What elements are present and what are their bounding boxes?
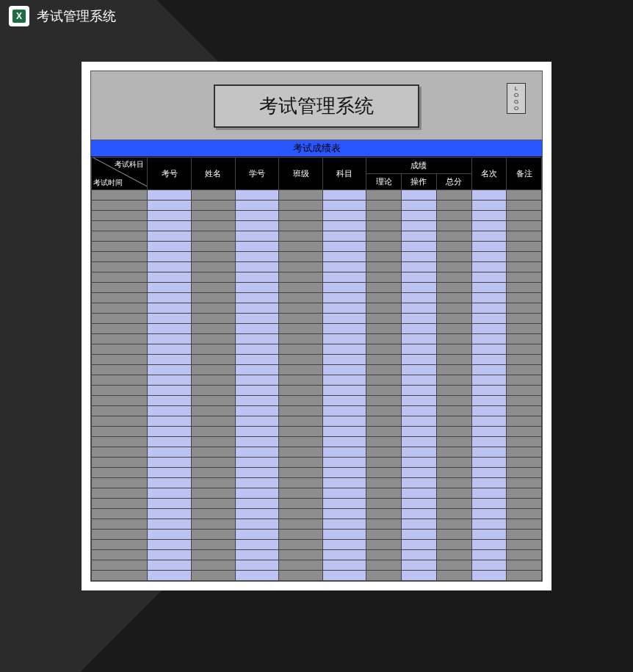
table-cell[interactable]	[148, 396, 192, 406]
table-cell[interactable]	[235, 396, 279, 406]
table-cell[interactable]	[322, 303, 366, 314]
table-cell[interactable]	[471, 344, 507, 355]
table-cell[interactable]	[191, 242, 235, 252]
table-cell[interactable]	[279, 406, 323, 416]
table-cell[interactable]	[402, 560, 437, 571]
table-cell[interactable]	[92, 190, 148, 200]
table-cell[interactable]	[471, 365, 507, 375]
table-cell[interactable]	[235, 334, 279, 344]
table-cell[interactable]	[148, 324, 192, 334]
table-cell[interactable]	[148, 437, 192, 447]
table-cell[interactable]	[235, 293, 279, 303]
table-cell[interactable]	[92, 396, 148, 406]
table-cell[interactable]	[471, 231, 507, 242]
table-cell[interactable]	[235, 211, 279, 221]
table-cell[interactable]	[471, 190, 507, 200]
table-cell[interactable]	[436, 488, 471, 499]
table-cell[interactable]	[366, 386, 402, 396]
table-cell[interactable]	[322, 550, 366, 560]
table-cell[interactable]	[322, 488, 366, 499]
table-cell[interactable]	[235, 314, 279, 324]
table-cell[interactable]	[507, 272, 542, 283]
table-cell[interactable]	[92, 200, 148, 211]
table-cell[interactable]	[322, 396, 366, 406]
table-cell[interactable]	[471, 252, 507, 262]
table-cell[interactable]	[436, 499, 471, 509]
table-cell[interactable]	[471, 571, 507, 581]
table-cell[interactable]	[436, 211, 471, 221]
table-cell[interactable]	[507, 468, 542, 478]
table-cell[interactable]	[436, 231, 471, 242]
table-cell[interactable]	[279, 499, 323, 509]
table-cell[interactable]	[507, 334, 542, 344]
table-cell[interactable]	[471, 550, 507, 560]
table-cell[interactable]	[402, 550, 437, 560]
table-cell[interactable]	[279, 262, 323, 272]
table-cell[interactable]	[148, 550, 192, 560]
table-cell[interactable]	[92, 427, 148, 437]
table-cell[interactable]	[235, 560, 279, 571]
table-cell[interactable]	[366, 211, 402, 221]
table-cell[interactable]	[322, 427, 366, 437]
table-cell[interactable]	[322, 211, 366, 221]
table-cell[interactable]	[322, 293, 366, 303]
table-cell[interactable]	[322, 314, 366, 324]
table-cell[interactable]	[471, 272, 507, 283]
table-cell[interactable]	[322, 344, 366, 355]
table-cell[interactable]	[191, 530, 235, 540]
table-cell[interactable]	[366, 344, 402, 355]
table-cell[interactable]	[322, 252, 366, 262]
table-cell[interactable]	[92, 365, 148, 375]
table-cell[interactable]	[191, 262, 235, 272]
table-cell[interactable]	[507, 221, 542, 231]
table-cell[interactable]	[235, 509, 279, 519]
table-cell[interactable]	[402, 437, 437, 447]
table-cell[interactable]	[471, 447, 507, 458]
table-cell[interactable]	[402, 231, 437, 242]
table-cell[interactable]	[507, 190, 542, 200]
table-cell[interactable]	[279, 242, 323, 252]
table-cell[interactable]	[436, 324, 471, 334]
table-cell[interactable]	[279, 334, 323, 344]
table-cell[interactable]	[471, 221, 507, 231]
table-cell[interactable]	[191, 375, 235, 386]
table-cell[interactable]	[148, 488, 192, 499]
table-cell[interactable]	[507, 437, 542, 447]
table-cell[interactable]	[235, 437, 279, 447]
table-cell[interactable]	[507, 488, 542, 499]
table-cell[interactable]	[279, 365, 323, 375]
table-cell[interactable]	[279, 560, 323, 571]
table-cell[interactable]	[402, 314, 437, 324]
table-cell[interactable]	[507, 530, 542, 540]
table-cell[interactable]	[471, 540, 507, 550]
table-cell[interactable]	[402, 427, 437, 437]
table-cell[interactable]	[191, 200, 235, 211]
table-cell[interactable]	[402, 406, 437, 416]
table-cell[interactable]	[436, 406, 471, 416]
table-cell[interactable]	[279, 283, 323, 293]
table-cell[interactable]	[402, 478, 437, 488]
table-cell[interactable]	[148, 509, 192, 519]
table-cell[interactable]	[279, 200, 323, 211]
table-cell[interactable]	[402, 355, 437, 365]
table-cell[interactable]	[92, 571, 148, 581]
table-cell[interactable]	[191, 386, 235, 396]
table-cell[interactable]	[366, 427, 402, 437]
table-cell[interactable]	[279, 571, 323, 581]
table-cell[interactable]	[191, 293, 235, 303]
table-cell[interactable]	[436, 386, 471, 396]
table-cell[interactable]	[148, 293, 192, 303]
table-cell[interactable]	[436, 355, 471, 365]
table-cell[interactable]	[148, 303, 192, 314]
table-cell[interactable]	[235, 499, 279, 509]
table-cell[interactable]	[191, 221, 235, 231]
table-cell[interactable]	[322, 478, 366, 488]
table-cell[interactable]	[235, 530, 279, 540]
table-cell[interactable]	[322, 499, 366, 509]
table-cell[interactable]	[322, 447, 366, 458]
table-cell[interactable]	[471, 303, 507, 314]
table-cell[interactable]	[235, 468, 279, 478]
table-cell[interactable]	[436, 478, 471, 488]
table-cell[interactable]	[148, 427, 192, 437]
table-cell[interactable]	[92, 334, 148, 344]
